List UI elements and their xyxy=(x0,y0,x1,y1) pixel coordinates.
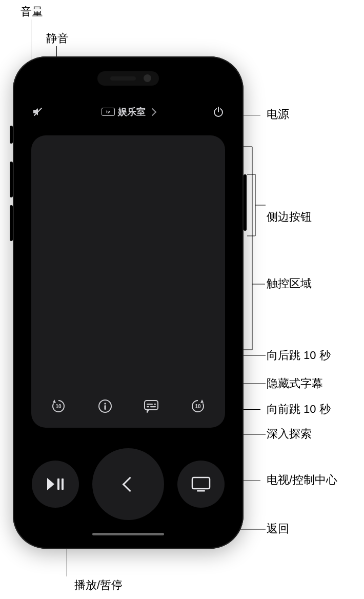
info-icon xyxy=(98,399,112,413)
callout-skip-fwd: 向前跳 10 秒 xyxy=(267,403,331,416)
info-button[interactable] xyxy=(94,395,116,417)
callout-explore: 深入探索 xyxy=(267,427,312,441)
power-icon xyxy=(212,106,225,118)
back-icon xyxy=(122,476,137,492)
play-pause-button[interactable] xyxy=(32,461,79,508)
skip-forward-10-button[interactable]: 10 xyxy=(187,395,209,417)
svg-text:10: 10 xyxy=(195,404,201,409)
svg-rect-10 xyxy=(150,406,156,407)
diagram-stage: 音量 静音 电源 侧边按钮 触控区域 向后跳 10 秒 隐藏式字幕 向前跳 10… xyxy=(0,0,364,599)
captions-icon xyxy=(144,399,159,413)
device-selector[interactable]: tv 娱乐室 xyxy=(102,106,155,118)
callout-play-pause: 播放/暂停 xyxy=(74,578,123,592)
chevron-right-icon xyxy=(148,108,156,116)
primary-controls-row xyxy=(20,443,236,525)
svg-rect-5 xyxy=(104,405,106,410)
svg-rect-6 xyxy=(145,401,158,410)
physical-volume-up xyxy=(10,162,13,197)
physical-mute-switch xyxy=(10,126,13,144)
mute-icon xyxy=(32,106,44,118)
callout-side-button: 侧边按钮 xyxy=(267,210,312,224)
skip-back-10-icon: 10 xyxy=(51,398,66,414)
remote-app-screen: tv 娱乐室 xyxy=(20,64,236,542)
svg-rect-12 xyxy=(57,478,59,490)
callout-power: 电源 xyxy=(267,108,289,121)
callout-volume: 音量 xyxy=(21,5,43,18)
skip-forward-10-icon: 10 xyxy=(190,398,206,414)
svg-rect-13 xyxy=(62,478,64,490)
callout-captions: 隐藏式字幕 xyxy=(267,377,323,390)
svg-rect-15 xyxy=(197,490,205,492)
captions-button[interactable] xyxy=(140,395,163,417)
tv-control-center-button[interactable] xyxy=(177,461,225,508)
physical-side-button xyxy=(244,174,247,231)
play-pause-icon xyxy=(46,477,65,491)
callout-skip-back: 向后跳 10 秒 xyxy=(267,349,331,362)
callout-mute: 静音 xyxy=(46,32,69,45)
back-button[interactable] xyxy=(92,448,164,520)
device-name-label: 娱乐室 xyxy=(118,106,146,118)
touch-pad-area[interactable]: 10 xyxy=(31,135,225,428)
callout-back: 返回 xyxy=(267,522,289,535)
home-indicator xyxy=(92,533,164,535)
tv-icon xyxy=(191,476,211,492)
skip-back-10-button[interactable]: 10 xyxy=(47,395,70,417)
mute-button[interactable] xyxy=(30,104,46,119)
callout-tv-cc: 电视/控制中心 xyxy=(267,473,337,487)
appletv-logo-icon: tv xyxy=(102,108,115,116)
svg-rect-9 xyxy=(147,406,149,407)
svg-text:10: 10 xyxy=(56,404,62,409)
secondary-controls-row: 10 xyxy=(31,395,225,417)
phone-notch xyxy=(97,71,159,86)
callout-touch-area: 触控区域 xyxy=(267,277,312,290)
iphone-frame: tv 娱乐室 xyxy=(13,56,244,549)
svg-point-4 xyxy=(104,403,106,404)
svg-rect-7 xyxy=(147,404,153,405)
svg-rect-8 xyxy=(154,404,156,405)
remote-top-bar: tv 娱乐室 xyxy=(20,102,236,122)
svg-rect-14 xyxy=(192,477,210,489)
physical-volume-down xyxy=(10,205,13,241)
power-button[interactable] xyxy=(211,104,226,119)
